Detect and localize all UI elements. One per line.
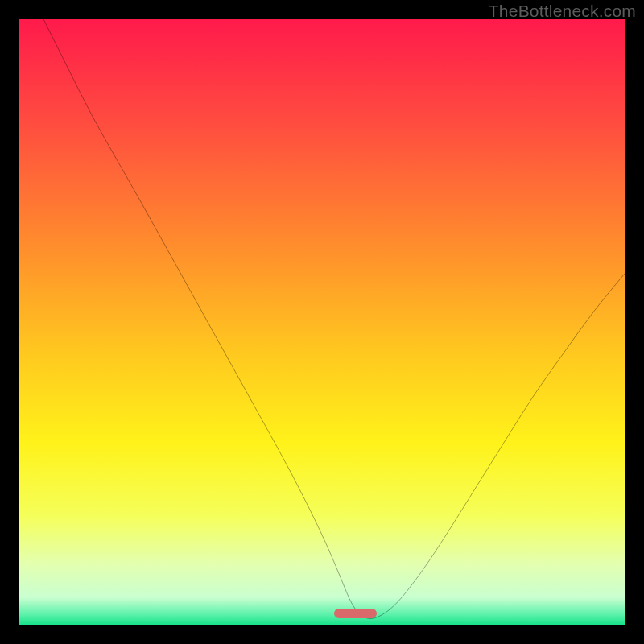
chart-frame: TheBottleneck.com — [0, 0, 644, 644]
watermark-text: TheBottleneck.com — [489, 2, 636, 21]
plot-area — [19, 19, 625, 625]
bottleneck-curve — [19, 19, 625, 625]
optimal-range-marker — [334, 609, 377, 618]
